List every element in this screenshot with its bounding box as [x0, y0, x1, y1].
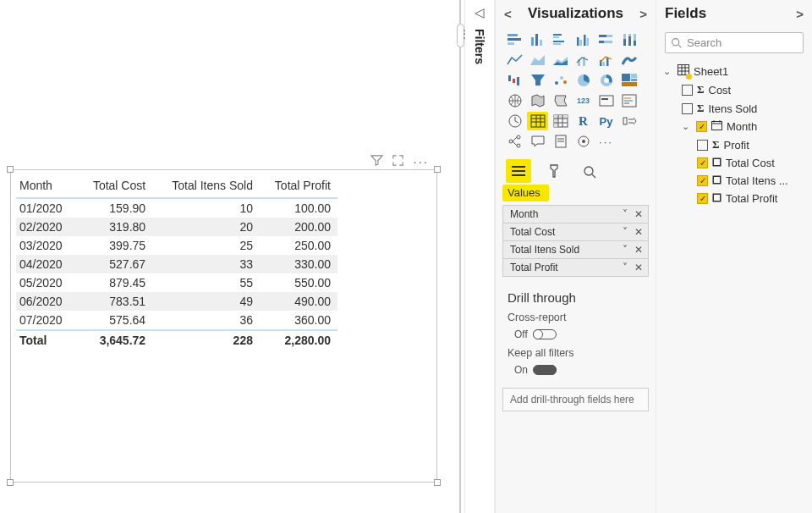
splitter-grip-icon[interactable]: [457, 24, 464, 47]
arcgis-icon[interactable]: [573, 132, 594, 151]
chevron-down-icon[interactable]: ˅: [623, 244, 628, 256]
pane-collapse-icon[interactable]: >: [796, 7, 804, 21]
column-header[interactable]: Total Profit: [260, 175, 337, 198]
field-checkbox[interactable]: ✓: [697, 175, 708, 186]
field-checkbox[interactable]: [682, 85, 693, 96]
field-node[interactable]: Σ Itens Sold: [661, 99, 807, 118]
field-node[interactable]: ✓ Total Itens ...: [661, 172, 807, 190]
table-row[interactable]: 01/2020159.9010100.00: [16, 198, 337, 218]
resize-handle-icon[interactable]: [7, 479, 14, 486]
filters-pane-collapsed[interactable]: ◁ Filters: [464, 0, 495, 513]
table-row[interactable]: 07/2020575.6436360.00: [16, 311, 337, 330]
table-visual[interactable]: Month Total Cost Total Itens Sold Total …: [10, 169, 437, 483]
area-chart-icon[interactable]: [527, 51, 548, 69]
more-options-icon[interactable]: ···: [413, 154, 429, 169]
chevron-down-icon[interactable]: ˅: [623, 262, 628, 273]
field-checkbox[interactable]: ✓: [697, 157, 708, 168]
column-header[interactable]: Month: [16, 175, 79, 198]
donut-chart-icon[interactable]: [595, 71, 617, 90]
waterfall-icon[interactable]: [504, 71, 525, 90]
combo-line-stacked-icon[interactable]: [573, 51, 594, 69]
collapse-icon[interactable]: ⌄: [682, 121, 692, 132]
hundred-stacked-column-icon[interactable]: [618, 30, 639, 49]
paginated-report-icon[interactable]: [550, 132, 571, 151]
toggle-switch-icon[interactable]: [533, 365, 557, 375]
field-checkbox[interactable]: ✓: [697, 193, 708, 204]
filled-map-icon[interactable]: [527, 91, 548, 110]
analytics-tab-icon[interactable]: [577, 159, 602, 183]
table-row[interactable]: 05/2020879.4555550.00: [16, 273, 337, 292]
remove-field-icon[interactable]: ✕: [631, 262, 643, 273]
kpi-icon[interactable]: [504, 112, 525, 130]
stacked-column-icon[interactable]: [527, 30, 548, 49]
field-well-item[interactable]: Total Itens Sold ˅✕: [503, 241, 648, 259]
key-influencers-icon[interactable]: [618, 112, 639, 130]
gauge-icon[interactable]: 123: [573, 91, 594, 110]
focus-mode-icon[interactable]: [392, 154, 404, 169]
scatter-icon[interactable]: [550, 71, 571, 90]
toggle-switch-icon[interactable]: [533, 329, 557, 339]
field-well-item[interactable]: Total Profit ˅✕: [503, 259, 648, 276]
field-well-item[interactable]: Month ˅✕: [503, 206, 648, 223]
keep-filters-toggle[interactable]: On: [496, 361, 656, 381]
matrix-icon[interactable]: [550, 112, 571, 130]
get-more-visuals-icon[interactable]: ···: [595, 132, 617, 151]
chevron-down-icon[interactable]: ˅: [623, 226, 628, 238]
treemap-icon[interactable]: [618, 71, 639, 90]
collapse-icon[interactable]: ⌄: [663, 66, 673, 77]
table-row[interactable]: 03/2020399.7525250.00: [16, 236, 337, 255]
funnel-icon[interactable]: [527, 71, 548, 90]
combo-line-clustered-icon[interactable]: [595, 51, 617, 69]
pane-collapse-icon[interactable]: <: [504, 7, 512, 21]
report-canvas[interactable]: ··· Month Total Cost Total Itens Sold To…: [0, 0, 456, 513]
field-node[interactable]: Σ Cost: [661, 80, 807, 99]
map-icon[interactable]: [504, 91, 525, 110]
table-row[interactable]: 02/2020319.8020200.00: [16, 218, 337, 236]
r-visual-icon[interactable]: R: [573, 112, 594, 130]
fields-tab-icon[interactable]: [506, 159, 531, 183]
pane-collapse-icon[interactable]: >: [639, 7, 647, 21]
field-checkbox[interactable]: ✓: [696, 121, 707, 132]
stacked-bar-icon[interactable]: [504, 30, 525, 49]
format-tab-icon[interactable]: [541, 159, 567, 183]
table-header-row[interactable]: Month Total Cost Total Itens Sold Total …: [16, 175, 337, 198]
field-checkbox[interactable]: [682, 103, 693, 114]
expand-filters-icon[interactable]: ◁: [475, 5, 485, 20]
field-node[interactable]: ✓ Total Profit: [661, 190, 807, 207]
remove-field-icon[interactable]: ✕: [631, 208, 643, 220]
qa-visual-icon[interactable]: [527, 132, 548, 151]
line-chart-icon[interactable]: [504, 51, 525, 69]
table-row[interactable]: 04/2020527.6733330.00: [16, 255, 337, 273]
table-node[interactable]: ⌄ Sheet1: [661, 62, 807, 80]
python-visual-icon[interactable]: Py: [595, 112, 617, 130]
pane-splitter[interactable]: [456, 0, 464, 513]
column-header[interactable]: Total Cost: [79, 175, 152, 198]
table-row[interactable]: 06/2020783.5149490.00: [16, 292, 337, 311]
clustered-bar-icon[interactable]: [550, 30, 571, 49]
table-visual-icon[interactable]: [527, 112, 548, 130]
stacked-area-icon[interactable]: [550, 51, 571, 69]
field-well-item[interactable]: Total Cost ˅✕: [503, 223, 648, 241]
resize-handle-icon[interactable]: [434, 166, 441, 173]
resize-handle-icon[interactable]: [434, 479, 441, 486]
decomposition-tree-icon[interactable]: [504, 132, 525, 151]
remove-field-icon[interactable]: ✕: [631, 226, 643, 238]
field-checkbox[interactable]: [697, 140, 708, 151]
multi-row-card-icon[interactable]: [618, 91, 639, 110]
shape-map-icon[interactable]: [550, 91, 571, 110]
filter-icon[interactable]: [370, 154, 383, 169]
hundred-stacked-bar-icon[interactable]: [595, 30, 617, 49]
hierarchy-node[interactable]: ⌄ ✓ Month: [661, 118, 807, 135]
ribbon-chart-icon[interactable]: [618, 51, 639, 69]
pie-chart-icon[interactable]: [573, 71, 594, 90]
remove-field-icon[interactable]: ✕: [631, 244, 643, 256]
chevron-down-icon[interactable]: ˅: [623, 208, 628, 220]
drill-through-drop-zone[interactable]: Add drill-through fields here: [502, 388, 649, 411]
visual-container[interactable]: ··· Month Total Cost Total Itens Sold To…: [10, 169, 437, 483]
cross-report-toggle[interactable]: Off: [496, 325, 656, 345]
resize-handle-icon[interactable]: [7, 166, 14, 173]
card-icon[interactable]: [595, 91, 617, 110]
field-node[interactable]: ✓ Total Cost: [661, 154, 807, 172]
column-header[interactable]: Total Itens Sold: [152, 175, 260, 198]
values-field-wells[interactable]: Month ˅✕ Total Cost ˅✕ Total Itens Sold …: [502, 205, 649, 277]
